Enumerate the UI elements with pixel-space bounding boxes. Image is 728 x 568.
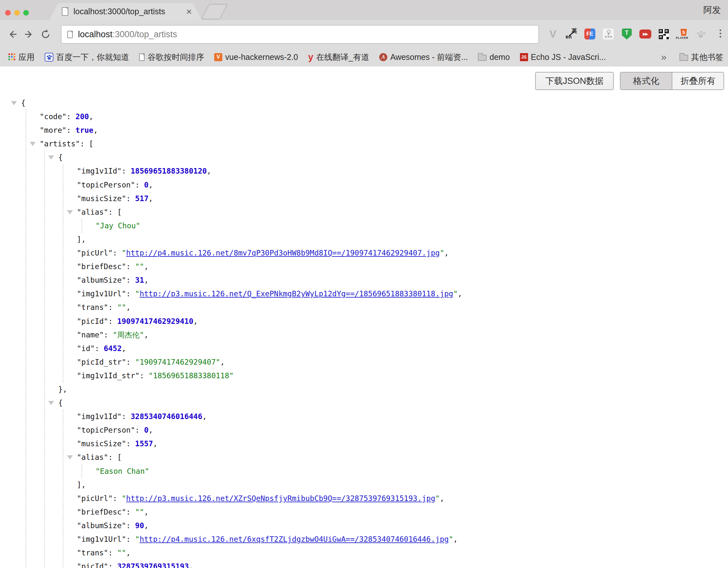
indent-guide xyxy=(63,491,63,506)
expander-triangle-icon[interactable] xyxy=(11,101,17,105)
html5player-button[interactable]: 5PLAYER xyxy=(675,26,689,42)
json-punctuation: , xyxy=(189,562,193,568)
bookmark-item[interactable]: AAwesomes - 前端资... xyxy=(379,52,468,62)
bookmark-item[interactable]: Vvue-hackernews-2.0 xyxy=(214,52,298,62)
indent-guide xyxy=(44,505,45,519)
json-key: "topicPerson" xyxy=(77,181,135,189)
close-window-button[interactable] xyxy=(5,10,11,16)
indent-guide xyxy=(44,396,45,410)
tab-close-icon[interactable]: × xyxy=(186,7,192,17)
indent-guide xyxy=(26,259,26,273)
indent-guide xyxy=(26,505,26,519)
tampermonkey-button[interactable]: T xyxy=(620,26,634,42)
vue-devtools-button[interactable]: V xyxy=(546,26,560,42)
paw-button[interactable] xyxy=(694,26,707,42)
expander-triangle-icon[interactable] xyxy=(48,401,54,405)
vue-devtools-icon: V xyxy=(549,28,556,40)
json-line: "img1v1Id": 3285340746016446, xyxy=(0,410,728,423)
json-line: "img1v1Id": 18569651883380120, xyxy=(0,164,728,178)
fe-button[interactable]: FE xyxy=(583,26,597,42)
json-line: "name": "周杰伦", xyxy=(0,328,728,342)
indent-guide xyxy=(26,423,26,437)
json-string: "Eason Chan" xyxy=(95,467,149,475)
indent-guide xyxy=(82,464,82,478)
format-button[interactable]: 格式化 xyxy=(621,72,672,89)
indent-guide xyxy=(26,205,26,219)
chrome-menu-button[interactable] xyxy=(717,29,723,39)
translate-button[interactable]: en英 xyxy=(565,26,578,42)
json-number: 3287539769315193 xyxy=(117,562,189,568)
json-number: 517 xyxy=(135,194,149,203)
indent-guide xyxy=(63,532,63,546)
indent-guide xyxy=(63,341,63,356)
new-tab-button[interactable] xyxy=(201,4,228,19)
icon-subtext: PLAYER xyxy=(676,36,689,39)
bookmark-item[interactable]: y在线翻译_有道 xyxy=(308,52,369,62)
json-url-link[interactable]: http://p4.music.126.net/8mv7qP30Pd3oHW8b… xyxy=(126,249,440,257)
collapse-all-button[interactable]: 折叠所有 xyxy=(672,72,723,89)
expander-triangle-icon[interactable] xyxy=(67,455,73,460)
minimize-window-button[interactable] xyxy=(14,10,20,16)
bookmark-item[interactable]: demo xyxy=(478,52,510,62)
forward-button[interactable] xyxy=(23,29,34,40)
json-punctuation: , xyxy=(144,331,149,339)
json-line: "code": 200, xyxy=(0,110,728,123)
bookmark-item[interactable]: 百度一下，你就知道 xyxy=(45,52,129,62)
indent-guide xyxy=(44,382,45,396)
indent-guide xyxy=(63,164,63,178)
zoom-window-button[interactable] xyxy=(23,10,29,16)
expander-triangle-icon[interactable] xyxy=(30,142,36,146)
indent-guide xyxy=(44,328,45,342)
expander-triangle-icon[interactable] xyxy=(48,155,54,160)
icon-text: V xyxy=(216,54,220,60)
indent-guide xyxy=(44,232,45,246)
back-button[interactable] xyxy=(7,29,18,40)
extensions-row: Ven英FET▶▶5PLAYER xyxy=(546,20,707,48)
json-punctuation: : xyxy=(126,194,135,203)
json-line: "alias": [ xyxy=(0,205,728,219)
json-punctuation: }, xyxy=(58,385,67,394)
indent-guide xyxy=(44,300,45,315)
bookmark-item[interactable]: 应用 xyxy=(8,52,35,62)
indent-guide xyxy=(26,246,26,260)
json-url-link[interactable]: http://p4.music.126.net/6xqsfT2ZLjdgzbwO… xyxy=(139,535,448,543)
browser-tab[interactable]: localhost:3000/top_artists × xyxy=(50,3,202,20)
sitemap-button[interactable] xyxy=(601,26,615,42)
bookmark-item[interactable]: 谷歌按时间排序 xyxy=(139,52,204,62)
reload-button[interactable] xyxy=(40,29,51,40)
json-key: "img1v1Url" xyxy=(77,290,126,298)
tampermonkey-icon: T xyxy=(622,28,632,39)
profile-name[interactable]: 阿发 xyxy=(703,4,721,16)
json-punctuation: : xyxy=(67,112,76,121)
json-punctuation: , xyxy=(153,440,158,448)
json-punctuation: , xyxy=(94,126,98,134)
json-string: "18569651883380118" xyxy=(149,372,234,380)
indent-guide xyxy=(44,191,45,206)
indent-guide xyxy=(44,532,45,546)
indent-guide xyxy=(44,246,45,260)
bookmarks-overflow-chevron[interactable]: » xyxy=(661,51,667,62)
qrcode-button[interactable] xyxy=(657,26,670,42)
url-input[interactable]: localhost :3000/top_artists xyxy=(61,25,539,44)
json-string: "Jay Chou" xyxy=(95,221,140,230)
json-line: "id": 6452, xyxy=(0,342,728,355)
json-punctuation: : xyxy=(108,562,117,568)
download-json-button[interactable]: 下载JSON数据 xyxy=(535,72,614,90)
json-url-link[interactable]: http://p3.music.126.net/Q_ExePNkmgB2yWyL… xyxy=(139,290,453,298)
json-key: "musicSize" xyxy=(77,194,126,203)
json-key: "topicPerson" xyxy=(77,426,135,434)
json-punctuation: , xyxy=(193,317,198,326)
other-bookmarks-folder[interactable]: 其他书签 xyxy=(679,52,723,62)
json-punctuation: : xyxy=(113,249,122,257)
json-punctuation: { xyxy=(58,153,63,161)
fastforward-button[interactable]: ▶▶ xyxy=(638,26,652,42)
json-punctuation: , xyxy=(144,508,149,516)
json-url-link[interactable]: http://p3.music.126.net/XZrSQeNpsfjyRmib… xyxy=(126,494,435,503)
indent-guide xyxy=(26,369,26,383)
bookmark-item[interactable]: JSEcho JS - JavaScri... xyxy=(520,52,606,62)
expander-triangle-icon[interactable] xyxy=(67,210,73,214)
json-punctuation: : xyxy=(108,303,117,312)
indent-guide xyxy=(44,491,45,506)
json-number: 0 xyxy=(144,181,149,189)
indent-guide xyxy=(63,287,63,301)
